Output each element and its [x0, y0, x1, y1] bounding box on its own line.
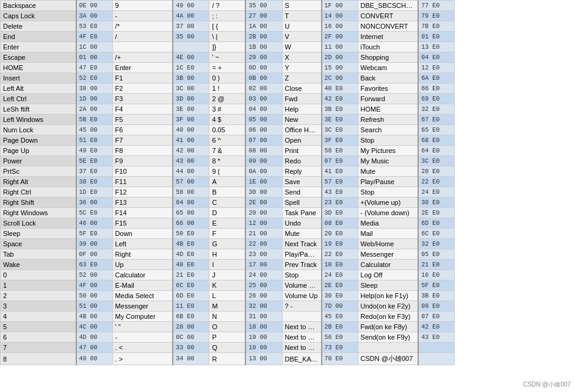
key-code: 23 E0 — [322, 198, 358, 208]
table-row: Right Ctrl1D E0F1258 00B30 00Send43 E0St… — [1, 187, 575, 198]
key-code: 70 E0 — [322, 353, 358, 365]
key-code: 52 00 — [76, 270, 113, 280]
key-code: 41 00 — [173, 135, 209, 146]
key-name: Stop — [358, 187, 418, 198]
key-code: 02 00 — [245, 84, 282, 94]
key-name: CONVERT — [358, 11, 418, 21]
key-name: Enter — [112, 63, 173, 73]
key-name: LeSh ftift — [1, 104, 76, 115]
key-code: 6C E0 — [418, 229, 455, 239]
key-name: 0.05 — [209, 125, 246, 135]
key-code: 35 00 — [245, 1, 282, 11]
key-code: 0F 00 — [76, 249, 113, 260]
key-name: NONCONVERT — [358, 21, 418, 32]
key-name: Send — [282, 187, 322, 198]
key-name: My Music — [358, 156, 418, 166]
key-name: F — [209, 229, 246, 239]
key-code: 14 00 — [322, 11, 358, 21]
key-code: 21 00 — [245, 229, 282, 239]
key-name: 6 ^ — [209, 135, 246, 146]
key-code: 36 00 — [76, 198, 113, 208]
table-row: 14F 00E-Mail6C E0K25 00Volume Down2E E0S… — [1, 280, 575, 291]
key-name: Delete — [1, 21, 76, 32]
key-name: Back — [358, 73, 418, 84]
key-code: 4B 00 — [76, 312, 113, 322]
key-name: ' ~ — [209, 52, 246, 63]
key-code: 2E E0 — [418, 208, 455, 218]
key-name: 9 — [112, 1, 173, 11]
key-code: 3B E0 — [418, 291, 455, 301]
key-code: 28 00 — [173, 322, 209, 332]
key-code: 41 E0 — [322, 166, 358, 177]
key-name: 8 — [1, 353, 76, 365]
key-name: V — [282, 32, 322, 42]
key-name: Volume Down — [282, 280, 322, 291]
key-name: Calculator — [358, 260, 418, 270]
key-name: ; : — [209, 11, 246, 21]
key-code: 07 00 — [245, 135, 282, 146]
table-row: Insert52 E0F13B 000 )0B 00Z2C 00Back6A E… — [1, 73, 575, 84]
key-name: Mail — [358, 229, 418, 239]
key-code: 17 00 — [245, 260, 282, 270]
key-name: D — [209, 208, 246, 218]
key-code: 4D 00 — [76, 332, 113, 343]
key-code: 16 E0 — [418, 270, 455, 280]
key-name: Office Home — [282, 125, 322, 135]
table-row: Num Lock45 00F640 000.0506 00Office Home… — [1, 125, 575, 135]
key-name: Send(on ke F9y) — [358, 332, 418, 343]
key-code: 49 E0 — [76, 146, 113, 156]
key-code: 0A 00 — [245, 166, 282, 177]
key-name: Down — [112, 229, 173, 239]
key-name: U — [282, 21, 322, 32]
key-name: Backspace — [1, 1, 76, 11]
key-name: Left Windows — [1, 115, 76, 125]
key-code: 01 E0 — [418, 32, 455, 42]
key-name: - — [112, 11, 173, 21]
key-code: 12 00 — [245, 218, 282, 229]
key-name: Messenger — [358, 249, 418, 260]
key-code: 5B E0 — [76, 115, 113, 125]
key-name: Print — [282, 146, 322, 156]
key-code: 63 E0 — [76, 260, 113, 270]
key-name: Next Track — [282, 239, 322, 249]
key-code: 13 E0 — [418, 42, 455, 52]
key-name: Up — [112, 260, 173, 270]
table-row: Caps Lock3A 00-4A 00; :27 00T14 00CONVER… — [1, 11, 575, 21]
key-name — [358, 343, 418, 353]
key-name: Sleep — [1, 229, 76, 239]
key-code: 3E 00 — [173, 104, 209, 115]
key-name: Wake — [1, 260, 76, 270]
key-code: 45 00 — [76, 125, 113, 135]
key-code: 4E 00 — [173, 52, 209, 63]
key-name: L — [209, 291, 246, 301]
table-row: Left Windows5B E0F53F 004 $05 00New3E E0… — [1, 115, 575, 125]
key-code: 12 E0 — [418, 63, 455, 73]
key-name: O — [209, 322, 246, 332]
key-name: 7 & — [209, 146, 246, 156]
key-code: 6C E0 — [173, 280, 209, 291]
key-name — [112, 42, 173, 52]
key-name: Help — [282, 104, 322, 115]
key-name: Left Alt — [1, 84, 76, 94]
key-code: 53 E0 — [76, 21, 113, 32]
table-row: 44B 00My Computer6B E0N31 0045 E0Redo(on… — [1, 312, 575, 322]
table-row: Right Shift36 00F1364 00C2E 00Spell23 E0… — [1, 198, 575, 208]
key-code: 2A 00 — [76, 104, 113, 115]
table-row: 64D 00-0C 00P19 00Next to L-Shift56 E0Se… — [1, 332, 575, 343]
key-name: F14 — [112, 208, 173, 218]
key-name: Power — [1, 156, 76, 166]
key-code: 49 00 — [173, 1, 209, 11]
key-name: . > — [112, 353, 173, 365]
key-name: Escape — [1, 52, 76, 63]
key-code: 24 E0 — [418, 187, 455, 198]
key-code: 42 E0 — [322, 94, 358, 104]
key-code: 67 E0 — [418, 115, 455, 125]
key-code: 26 00 — [245, 291, 282, 301]
key-code: 35 00 — [173, 32, 209, 42]
key-name: N — [209, 312, 246, 322]
key-name: F15 — [112, 218, 173, 229]
key-name: Space — [1, 239, 76, 249]
key-code: 47 00 — [76, 343, 113, 353]
key-code: 21 E0 — [418, 260, 455, 270]
key-name: New — [282, 115, 322, 125]
